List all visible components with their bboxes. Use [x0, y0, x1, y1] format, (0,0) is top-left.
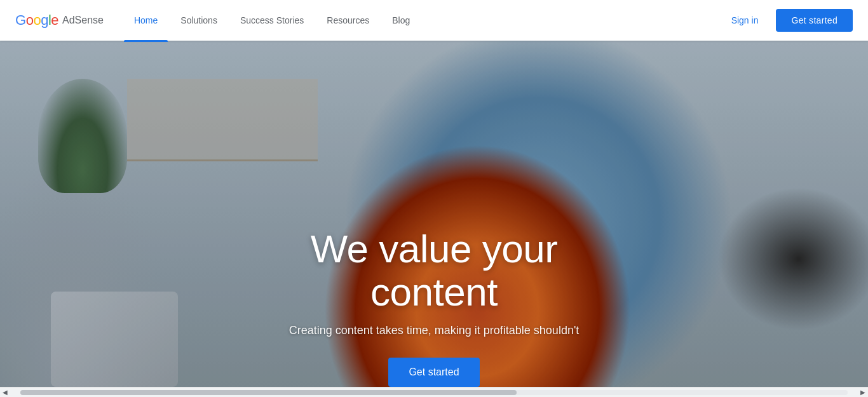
navbar: Google AdSense Home Solutions Success St… [0, 0, 868, 41]
hero-subtitle: Creating content takes time, making it p… [243, 324, 625, 337]
nav-link-resources[interactable]: Resources [316, 10, 379, 30]
scrollbar-thumb [20, 390, 517, 395]
google-wordmark: Google [15, 12, 58, 29]
scrollbar-track[interactable] [20, 390, 848, 395]
hero-content: We value your content Creating content t… [243, 227, 625, 387]
hero-title: We value your content [243, 227, 625, 314]
scroll-right-arrow[interactable]: ▶ [858, 387, 868, 398]
g-yellow: o [33, 12, 41, 28]
nav-link-blog[interactable]: Blog [382, 10, 420, 30]
g-blue2: g [41, 12, 48, 28]
logo-link[interactable]: Google AdSense [15, 12, 104, 29]
hero-cta-button[interactable]: Get started [388, 358, 479, 387]
nav-link-solutions[interactable]: Solutions [170, 10, 227, 30]
nav-actions: Sign in Get started [724, 9, 853, 32]
adsense-wordmark: AdSense [62, 15, 104, 26]
nav-link-success-stories[interactable]: Success Stories [230, 10, 314, 30]
nav-links: Home Solutions Success Stories Resources… [124, 10, 724, 30]
horizontal-scrollbar: ◀ ▶ [0, 387, 868, 397]
hero-section: We value your content Creating content t… [0, 41, 868, 397]
get-started-button[interactable]: Get started [776, 9, 853, 32]
scroll-left-arrow[interactable]: ◀ [0, 387, 10, 398]
g-red2: e [51, 12, 58, 28]
sign-in-link[interactable]: Sign in [724, 10, 766, 30]
nav-link-home[interactable]: Home [124, 10, 168, 30]
g-red: o [26, 12, 34, 28]
g-blue: G [15, 12, 26, 28]
